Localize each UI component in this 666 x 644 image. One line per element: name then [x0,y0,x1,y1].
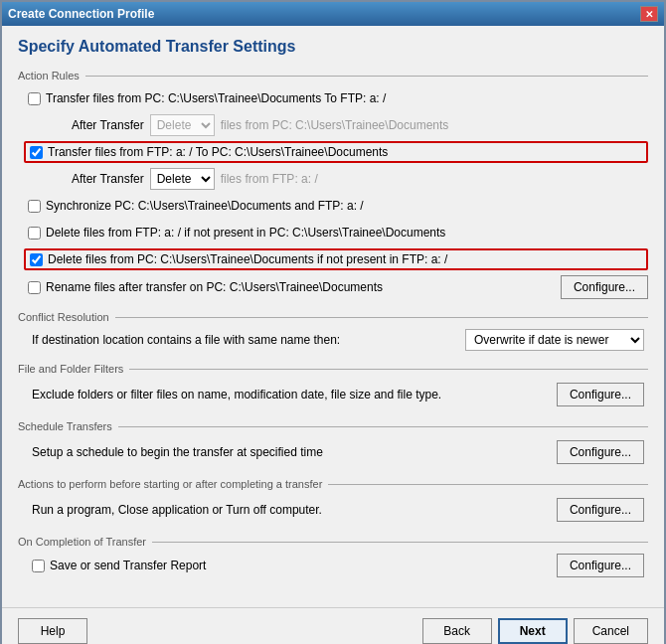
synchronize-text: Synchronize PC: C:\Users\Trainee\Documen… [46,199,364,213]
cancel-button[interactable]: Cancel [574,618,648,644]
transfer-ftp-pc-wrapper: Transfer files from FTP: a: / To PC: C:\… [24,141,648,163]
list-item: Rename files after transfer on PC: C:\Us… [28,275,648,299]
file-folder-filters-header: File and Folder Filters [18,363,648,375]
transfer-pc-ftp-checkbox[interactable] [28,92,41,105]
actions-description: Run a program, Close application or Turn… [32,503,557,517]
action-rules-body: Transfer files from PC: C:\Users\Trainee… [18,87,648,299]
delete-pc-text: Delete files from PC: C:\Users\Trainee\D… [48,252,447,266]
file-folder-filters-section: File and Folder Filters Exclude folders … [18,363,648,408]
actions-label: Actions to perform before starting or af… [18,478,322,490]
completion-header: On Completion of Transfer [18,536,648,548]
actions-section: Actions to perform before starting or af… [18,478,648,524]
actions-body: Run a program, Close application or Turn… [18,496,648,524]
bottom-right-buttons: Back Next Cancel [422,618,648,644]
list-item: Transfer files from FTP: a: / To PC: C:\… [28,141,648,163]
synchronize-checkbox[interactable] [28,200,41,213]
conflict-resolution-body: If destination location contains a file … [18,329,648,351]
title-bar: Create Connection Profile ✕ [2,2,664,26]
schedule-transfers-header: Schedule Transfers [18,420,648,432]
save-report-wrapper: Save or send Transfer Report [32,559,557,572]
after-transfer-text-2: files from FTP: a: / [221,172,318,186]
after-transfer-row-1: After Transfer Delete files from PC: C:\… [28,114,648,136]
transfer-ftp-pc-checkbox[interactable] [30,146,43,159]
list-item: Synchronize PC: C:\Users\Trainee\Documen… [28,195,648,217]
list-item: Transfer files from PC: C:\Users\Trainee… [28,87,648,109]
actions-header: Actions to perform before starting or af… [18,478,648,490]
completion-configure-button[interactable]: Configure... [557,554,644,577]
conflict-description: If destination location contains a file … [32,333,340,347]
list-item: Delete files from FTP: a: / if not prese… [28,222,648,243]
delete-ftp-checkbox[interactable] [28,227,41,240]
synchronize-wrapper: Synchronize PC: C:\Users\Trainee\Documen… [28,199,648,213]
after-transfer-text-1: files from PC: C:\Users\Trainee\Document… [221,118,449,132]
main-window: Create Connection Profile ✕ Specify Auto… [0,0,666,644]
filter-description: Exclude folders or filter files on name,… [32,388,557,402]
rename-configure-button[interactable]: Configure... [561,275,648,299]
file-folder-filters-label: File and Folder Filters [18,363,123,375]
delete-ftp-wrapper: Delete files from FTP: a: / if not prese… [28,226,648,240]
after-transfer-select-1[interactable]: Delete [150,114,215,136]
page-title: Specify Automated Transfer Settings [18,38,648,56]
file-folder-filters-body: Exclude folders or filter files on name,… [18,381,648,408]
action-rules-header: Action Rules [18,70,648,81]
section-divider [115,317,648,318]
rename-wrapper: Rename files after transfer on PC: C:\Us… [28,280,561,294]
section-divider [118,426,648,427]
schedule-configure-button[interactable]: Configure... [557,440,644,464]
close-button[interactable]: ✕ [640,6,658,22]
conflict-resolution-section: Conflict Resolution If destination locat… [18,311,648,351]
filters-configure-button[interactable]: Configure... [557,383,644,406]
next-button[interactable]: Next [498,618,568,644]
conflict-select[interactable]: Overwrite if date is newer Skip Overwrit… [465,329,644,351]
rename-text: Rename files after transfer on PC: C:\Us… [46,280,383,294]
after-transfer-row-2: After Transfer Delete files from FTP: a:… [28,168,648,190]
completion-label: On Completion of Transfer [18,536,146,548]
transfer-pc-ftp-text: Transfer files from PC: C:\Users\Trainee… [46,91,386,105]
after-transfer-select-2[interactable]: Delete [150,168,215,190]
back-button[interactable]: Back [422,618,492,644]
content-area: Specify Automated Transfer Settings Acti… [2,26,664,599]
section-divider [129,369,648,370]
completion-row: Save or send Transfer Report Configure..… [28,554,648,577]
conflict-row: If destination location contains a file … [28,329,648,351]
schedule-row: Setup a schedule to begin the transfer a… [28,438,648,466]
completion-body: Save or send Transfer Report Configure..… [18,554,648,577]
list-item: Delete files from PC: C:\Users\Trainee\D… [28,248,648,270]
transfer-pc-ftp-wrapper: Transfer files from PC: C:\Users\Trainee… [28,91,648,105]
action-rules-label: Action Rules [18,70,80,81]
schedule-transfers-label: Schedule Transfers [18,420,112,432]
rename-checkbox[interactable] [28,281,41,294]
schedule-description: Setup a schedule to begin the transfer a… [32,445,557,459]
schedule-transfers-body: Setup a schedule to begin the transfer a… [18,438,648,466]
filter-row: Exclude folders or filter files on name,… [28,381,648,408]
action-rules-section: Action Rules Transfer files from PC: C:\… [18,70,648,299]
section-divider [152,542,648,543]
transfer-ftp-pc-text: Transfer files from FTP: a: / To PC: C:\… [48,145,388,159]
delete-pc-checkbox[interactable] [30,253,43,266]
after-transfer-label-1: After Transfer [72,118,144,132]
delete-ftp-text: Delete files from FTP: a: / if not prese… [46,226,445,240]
save-report-checkbox[interactable] [32,560,45,572]
completion-section: On Completion of Transfer Save or send T… [18,536,648,577]
conflict-resolution-header: Conflict Resolution [18,311,648,323]
conflict-resolution-label: Conflict Resolution [18,311,109,323]
save-report-text: Save or send Transfer Report [50,559,206,572]
actions-row: Run a program, Close application or Turn… [28,496,648,524]
help-button[interactable]: Help [18,618,87,644]
after-transfer-label-2: After Transfer [72,172,144,186]
window-title: Create Connection Profile [8,7,154,21]
title-bar-buttons: ✕ [640,6,658,22]
bottom-bar: Help Back Next Cancel [2,607,664,644]
section-divider [328,484,648,485]
schedule-transfers-section: Schedule Transfers Setup a schedule to b… [18,420,648,466]
actions-configure-button[interactable]: Configure... [557,498,644,522]
section-divider [85,76,648,77]
delete-pc-wrapper: Delete files from PC: C:\Users\Trainee\D… [24,248,648,270]
